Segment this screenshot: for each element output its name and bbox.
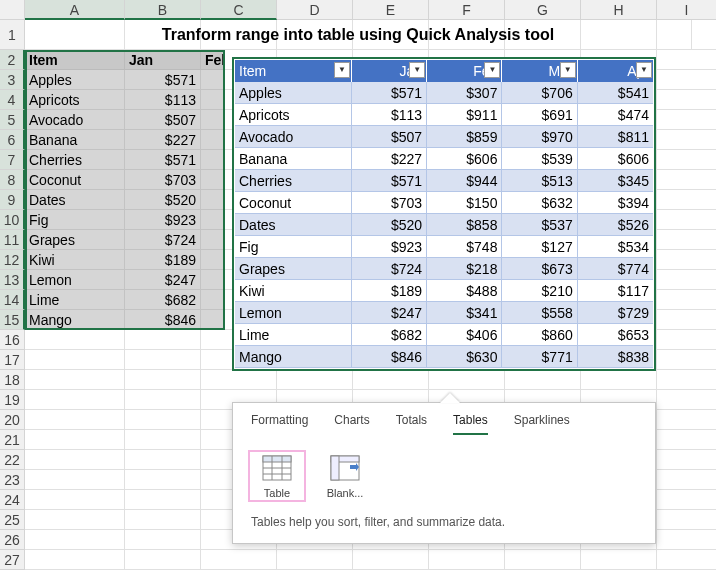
row-header[interactable]: 13 — [0, 270, 25, 290]
sel-row[interactable]: Grapes$724 — [25, 230, 225, 250]
preview-row: Coconut$703$150$632$394 — [235, 192, 653, 214]
svg-rect-8 — [331, 456, 339, 480]
preview-row: Cherries$571$944$513$345 — [235, 170, 653, 192]
preview-column-header[interactable]: Mar▼ — [502, 60, 577, 82]
row-header[interactable]: 10 — [0, 210, 25, 230]
row-header[interactable]: 16 — [0, 330, 25, 350]
preview-row: Lemon$247$341$558$729 — [235, 302, 653, 324]
filter-dropdown-icon[interactable]: ▼ — [334, 62, 350, 78]
column-header[interactable]: G — [505, 0, 581, 20]
column-header[interactable]: C — [201, 0, 277, 20]
row-header[interactable]: 22 — [0, 450, 25, 470]
row-header[interactable]: 17 — [0, 350, 25, 370]
quick-analysis-panel: FormattingChartsTotalsTablesSparklines T… — [232, 402, 656, 544]
quick-analysis-pointer — [440, 393, 460, 403]
preview-column-header[interactable]: Apr▼ — [578, 60, 653, 82]
row-header[interactable]: 1 — [0, 20, 25, 50]
qa-tab-sparklines[interactable]: Sparklines — [514, 413, 570, 435]
sel-header-feb[interactable]: Feb — [201, 50, 225, 70]
svg-rect-1 — [263, 456, 291, 462]
sel-row[interactable]: Lime$682 — [25, 290, 225, 310]
qa-option-blank[interactable]: Blank... — [319, 453, 371, 499]
column-header[interactable]: H — [581, 0, 657, 20]
preview-column-header[interactable]: Feb▼ — [427, 60, 502, 82]
preview-row: Kiwi$189$488$210$117 — [235, 280, 653, 302]
preview-column-header[interactable]: Jan▼ — [352, 60, 427, 82]
row-header[interactable]: 19 — [0, 390, 25, 410]
preview-row: Fig$923$748$127$534 — [235, 236, 653, 258]
sel-row[interactable]: Cherries$571 — [25, 150, 225, 170]
quick-analysis-hint: Tables help you sort, filter, and summar… — [233, 509, 655, 543]
sel-row[interactable]: Fig$923 — [25, 210, 225, 230]
row-header[interactable]: 18 — [0, 370, 25, 390]
preview-row: Apples$571$307$706$541 — [235, 82, 653, 104]
row-header[interactable]: 7 — [0, 150, 25, 170]
preview-row: Grapes$724$218$673$774 — [235, 258, 653, 280]
row-header[interactable]: 4 — [0, 90, 25, 110]
preview-table-header: Item▼Jan▼Feb▼Mar▼Apr▼ — [235, 60, 653, 82]
qa-tab-tables[interactable]: Tables — [453, 413, 488, 435]
sel-row[interactable]: Mango$846 — [25, 310, 225, 330]
preview-table: Item▼Jan▼Feb▼Mar▼Apr▼Apples$571$307$706$… — [232, 57, 656, 371]
column-header[interactable]: E — [353, 0, 429, 20]
row-header[interactable]: 24 — [0, 490, 25, 510]
sel-row[interactable]: Apricots$113 — [25, 90, 225, 110]
preview-row: Apricots$113$911$691$474 — [235, 104, 653, 126]
row-header[interactable]: 6 — [0, 130, 25, 150]
preview-column-header[interactable]: Item▼ — [235, 60, 352, 82]
column-header[interactable]: A — [25, 0, 125, 20]
sel-row[interactable]: Lemon$247 — [25, 270, 225, 290]
blank-pivot-icon — [330, 455, 360, 481]
row-header[interactable]: 15 — [0, 310, 25, 330]
row-header[interactable]: 3 — [0, 70, 25, 90]
sel-header-item[interactable]: Item — [25, 50, 125, 70]
column-header[interactable]: D — [277, 0, 353, 20]
column-header[interactable]: I — [657, 0, 716, 20]
quick-analysis-options: TableBlank... — [233, 435, 655, 509]
quick-analysis-tabs: FormattingChartsTotalsTablesSparklines — [233, 403, 655, 435]
row-header[interactable]: 12 — [0, 250, 25, 270]
sel-row[interactable]: Dates$520 — [25, 190, 225, 210]
preview-row: Avocado$507$859$970$811 — [235, 126, 653, 148]
row-header[interactable]: 21 — [0, 430, 25, 450]
row-header[interactable]: 9 — [0, 190, 25, 210]
sel-header-jan[interactable]: Jan — [125, 50, 201, 70]
filter-dropdown-icon[interactable]: ▼ — [636, 62, 652, 78]
filter-dropdown-icon[interactable]: ▼ — [409, 62, 425, 78]
sel-row[interactable]: Banana$227 — [25, 130, 225, 150]
page-title: Tranform range into table using Quick An… — [25, 20, 692, 50]
row-header[interactable]: 2 — [0, 50, 25, 70]
preview-row: Mango$846$630$771$838 — [235, 346, 653, 368]
filter-dropdown-icon[interactable]: ▼ — [560, 62, 576, 78]
qa-tab-charts[interactable]: Charts — [334, 413, 369, 435]
filter-dropdown-icon[interactable]: ▼ — [484, 62, 500, 78]
selected-range[interactable]: ItemJanFebApples$571Apricots$113Avocado$… — [25, 50, 225, 330]
column-header[interactable]: B — [125, 0, 201, 20]
table-icon — [262, 455, 292, 481]
row-header[interactable]: 25 — [0, 510, 25, 530]
qa-option-table[interactable]: Table — [251, 453, 303, 499]
row-header[interactable]: 26 — [0, 530, 25, 550]
qa-tab-totals[interactable]: Totals — [396, 413, 427, 435]
sel-row[interactable]: Avocado$507 — [25, 110, 225, 130]
preview-row: Banana$227$606$539$606 — [235, 148, 653, 170]
row-header[interactable]: 20 — [0, 410, 25, 430]
sel-row[interactable]: Apples$571 — [25, 70, 225, 90]
row-header[interactable]: 11 — [0, 230, 25, 250]
row-header[interactable]: 14 — [0, 290, 25, 310]
row-header[interactable]: 27 — [0, 550, 25, 570]
row-header[interactable]: 8 — [0, 170, 25, 190]
qa-tab-formatting[interactable]: Formatting — [251, 413, 308, 435]
column-header[interactable]: F — [429, 0, 505, 20]
row-header[interactable]: 23 — [0, 470, 25, 490]
sel-row[interactable]: Coconut$703 — [25, 170, 225, 190]
row-header[interactable]: 5 — [0, 110, 25, 130]
preview-row: Lime$682$406$860$653 — [235, 324, 653, 346]
preview-row: Dates$520$858$537$526 — [235, 214, 653, 236]
sel-row[interactable]: Kiwi$189 — [25, 250, 225, 270]
